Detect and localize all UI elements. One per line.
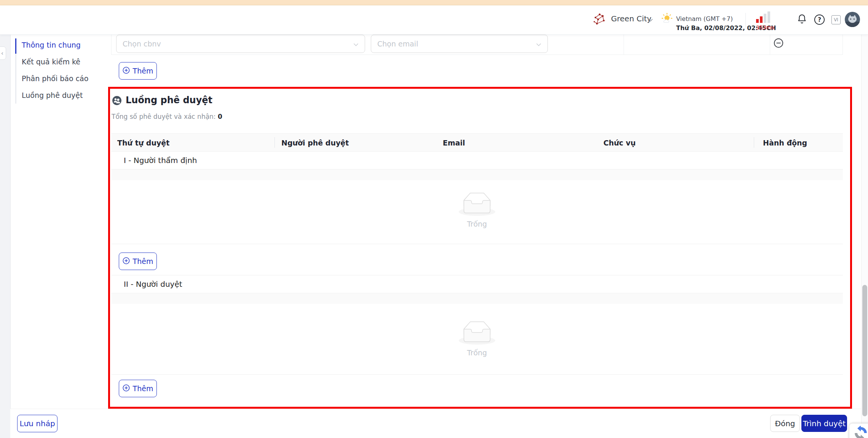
chevron-down-icon [536,40,541,48]
add-tham-dinh-button[interactable]: Thêm [119,253,157,270]
org-name: Green City [611,14,651,23]
row-border [770,34,770,54]
section-title: Luồng phê duyệt [126,95,212,106]
summary-value: 0 [218,113,222,120]
drawer-footer: Lưu nháp Đóng Trình duyệt [10,409,861,438]
drawer-page: Green City Vietnam (GMT +7) Thứ Ba, 02/0… [0,0,868,438]
table-measure-row [111,293,843,304]
column-divider [274,137,275,148]
brand-logo-constellation-icon [592,12,607,27]
notifications-bell-icon[interactable] [797,14,807,25]
col-chuc-vu: Chức vụ [603,139,636,147]
chevron-down-icon [353,40,359,48]
environment-banner [0,0,868,5]
sidebar-item-label: Kết quả kiểm kê [22,58,80,66]
close-button[interactable]: Đóng [770,415,800,432]
close-label: Đóng [775,419,795,428]
collapsed-nav-rail [0,34,11,438]
app-header: Green City Vietnam (GMT +7) Thứ Ba, 02/0… [0,5,868,35]
approval-table-header: Thứ tự duyệt Người phê duyệt Email Chức … [111,133,843,152]
svg-text:?: ? [818,16,821,23]
add-nguoi-duyet-button[interactable]: Thêm [119,380,157,397]
help-question-circle-icon[interactable]: ? [814,14,825,25]
col-thu-tu-duyet: Thứ tự duyệt [117,139,169,147]
row-border [111,34,112,54]
sidebar-item-luong-phe-duyet[interactable]: Luồng phê duyệt [22,90,102,101]
column-divider [754,137,754,148]
col-hanh-dong: Hành động [763,139,807,147]
language-label: VI [834,17,838,22]
select-placeholder: Chọn email [377,40,418,48]
sidebar-item-phan-phoi-bao-cao[interactable]: Phân phối báo cáo [22,73,102,84]
summary-label: Tổng số phê duyệt và xác nhận: [112,113,216,120]
submit-approval-button[interactable]: Trình duyệt [801,415,847,432]
add-button-label: Thêm [133,384,153,393]
group-label: II - Người duyệt [124,280,182,289]
group-row-nguoi-duyet: II - Người duyệt [111,275,843,293]
add-button-label: Thêm [133,67,153,75]
remove-row-minus-circle-icon[interactable] [774,38,783,48]
empty-inbox-icon [459,321,495,345]
plus-circle-icon [123,257,130,266]
plus-circle-icon [123,384,130,393]
table-border [111,374,843,375]
save-draft-button[interactable]: Lưu nháp [17,415,57,432]
signal-bars-icon [756,11,771,23]
col-email: Email [443,139,465,147]
chevron-left-icon: ‹ [1,50,3,57]
save-draft-label: Lưu nháp [19,419,55,428]
plus-circle-icon [123,67,130,75]
table-border [111,244,843,244]
anchor-active-indicator [15,38,16,54]
approval-summary: Tổng số phê duyệt và xác nhận: 0 [112,113,222,120]
scrollbar-track[interactable] [861,34,868,438]
language-switcher[interactable]: VI [831,15,841,24]
table-measure-row [111,169,843,180]
row-border [842,34,843,54]
user-avatar[interactable] [845,12,860,27]
empty-text: Trống [467,220,487,228]
sidebar-item-ket-qua-kiem-ke[interactable]: Kết quả kiểm kê [22,56,102,67]
group-row-tham-dinh: I - Người thẩm định [111,152,843,169]
latency-value: 353ms [756,24,774,30]
empty-state: Trống [439,321,515,357]
timezone-label: Vietnam (GMT +7) [676,15,733,22]
sidebar-item-label: Thông tin chung [22,41,81,49]
row-border [624,34,624,54]
empty-text: Trống [467,348,487,357]
add-row-button[interactable]: Thêm [119,62,157,80]
recaptcha-logo-icon [854,426,868,438]
row-border [111,54,843,55]
col-nguoi-phe-duyet: Người phê duyệt [281,139,349,147]
org-chevron-down-icon[interactable] [648,16,653,24]
header-divider [745,13,746,27]
select-placeholder: Chọn cbnv [123,40,161,48]
sidebar-item-label: Phân phối báo cáo [22,74,88,83]
scrollbar-thumb[interactable] [862,285,867,416]
drawer-collapse-button[interactable]: ‹ [0,46,6,60]
empty-inbox-icon [459,192,495,216]
group-label: I - Người thẩm định [124,156,197,165]
add-button-label: Thêm [133,257,153,265]
sidebar-item-label: Luồng phê duyệt [22,91,83,99]
weather-sun-cloud-icon [661,13,673,24]
submit-label: Trình duyệt [803,419,846,428]
org-switcher[interactable]: Green City [611,14,651,23]
select-cbnv[interactable]: Chọn cbnv [116,35,365,53]
recaptcha-badge[interactable] [849,424,868,438]
empty-state: Trống [439,192,515,228]
team-icon [112,96,122,106]
sidebar-item-thong-tin-chung[interactable]: Thông tin chung [22,39,102,51]
select-email[interactable]: Chọn email [371,35,548,53]
